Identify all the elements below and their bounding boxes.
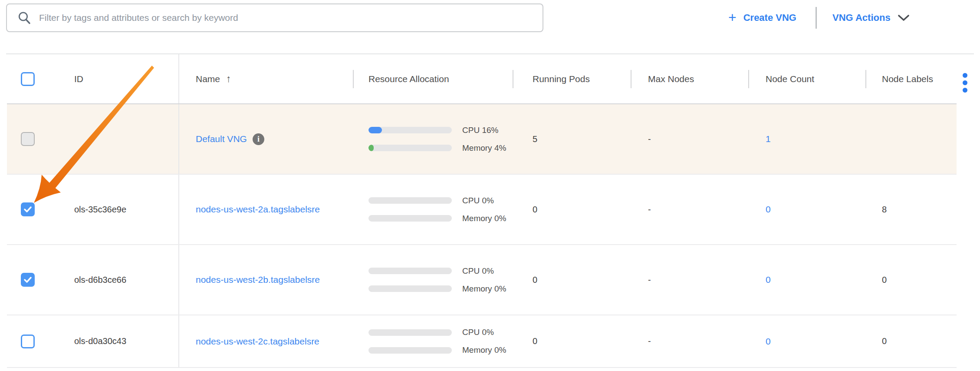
row-checkbox[interactable] <box>21 335 35 348</box>
column-header-resource-allocation[interactable]: Resource Allocation <box>353 54 513 103</box>
node-count-link[interactable]: 0 <box>766 336 771 347</box>
cpu-usage-label: CPU 0% <box>462 328 494 337</box>
cpu-usage-label: CPU 0% <box>462 196 494 205</box>
chevron-down-icon <box>898 14 910 22</box>
column-menu-kebab-icon[interactable] <box>963 73 967 93</box>
max-nodes-value: - <box>631 104 748 174</box>
node-count-link[interactable]: 1 <box>766 134 771 144</box>
table-row: ols-35c36e9e nodes-us-west-2a.tagslabels… <box>7 175 957 245</box>
node-labels-value: 0 <box>865 315 957 367</box>
row-checkbox[interactable] <box>21 202 35 216</box>
column-header-max-nodes[interactable]: Max Nodes <box>631 54 748 103</box>
column-header-node-count[interactable]: Node Count <box>748 54 865 103</box>
column-header-node-labels[interactable]: Node Labels <box>865 54 957 103</box>
search-placeholder: Filter by tags and attributes or search … <box>39 13 238 23</box>
create-vng-label: Create VNG <box>743 12 796 23</box>
plus-icon: + <box>728 10 737 24</box>
vng-name-link[interactable]: nodes-us-west-2b.tagslabelsre <box>196 275 320 285</box>
toolbar-divider <box>816 7 817 29</box>
node-count-link[interactable]: 0 <box>766 275 771 285</box>
memory-usage-label: Memory 4% <box>462 143 506 153</box>
memory-usage-label: Memory 0% <box>462 284 506 294</box>
column-header-name[interactable]: Name ↑ <box>179 54 353 103</box>
node-count-link[interactable]: 0 <box>766 204 771 215</box>
cpu-usage-label: CPU 0% <box>462 266 494 276</box>
vng-id: ols-d6b3ce66 <box>57 245 179 315</box>
max-nodes-value: - <box>631 245 748 315</box>
vng-actions-dropdown[interactable]: VNG Actions <box>832 12 910 23</box>
vng-name-link[interactable]: nodes-us-west-2c.tagslabelsre <box>196 336 319 347</box>
create-vng-button[interactable]: + Create VNG <box>728 12 796 24</box>
row-checkbox[interactable] <box>21 273 35 287</box>
node-labels-value <box>865 104 957 174</box>
filter-search-input[interactable]: Filter by tags and attributes or search … <box>6 3 543 32</box>
column-header-running-pods[interactable]: Running Pods <box>513 54 631 103</box>
row-checkbox[interactable] <box>21 132 35 146</box>
running-pods-value: 0 <box>513 175 631 244</box>
table-row: ols-d6b3ce66 nodes-us-west-2b.tagslabels… <box>7 245 957 315</box>
memory-usage-bar <box>368 347 452 354</box>
node-labels-value: 0 <box>865 245 957 315</box>
search-icon <box>17 11 31 25</box>
sort-ascending-icon[interactable]: ↑ <box>226 73 231 85</box>
vng-id: ols-35c36e9e <box>57 175 179 244</box>
cpu-usage-bar <box>368 197 452 204</box>
table-row: ols-d0a30c43 nodes-us-west-2c.tagslabels… <box>7 315 957 368</box>
running-pods-value: 5 <box>513 104 631 174</box>
running-pods-value: 0 <box>513 245 631 315</box>
memory-usage-label: Memory 0% <box>462 214 506 223</box>
cpu-usage-bar <box>368 268 452 274</box>
vng-name-link[interactable]: nodes-us-west-2a.tagslabelsre <box>196 204 320 215</box>
table-row: Default VNG i CPU 16% Memory 4% 5 - 1 <box>7 104 957 175</box>
vng-name-link[interactable]: Default VNG <box>196 134 247 144</box>
select-all-checkbox[interactable] <box>21 72 35 86</box>
node-labels-value: 8 <box>865 175 957 244</box>
vng-id <box>57 104 179 174</box>
cpu-usage-bar <box>368 329 452 336</box>
memory-usage-bar <box>368 215 452 222</box>
cpu-usage-label: CPU 16% <box>462 126 498 135</box>
toolbar: + Create VNG VNG Actions <box>720 0 964 36</box>
max-nodes-value: - <box>631 315 748 367</box>
memory-usage-bar <box>368 145 452 151</box>
memory-usage-bar <box>368 285 452 292</box>
running-pods-value: 0 <box>513 315 631 367</box>
info-icon[interactable]: i <box>253 133 264 145</box>
cpu-usage-bar <box>368 127 452 133</box>
memory-usage-label: Memory 0% <box>462 345 506 355</box>
vng-table: ID Name ↑ Resource Allocation Running Po… <box>7 54 957 368</box>
column-header-id[interactable]: ID <box>57 54 179 103</box>
max-nodes-value: - <box>631 175 748 244</box>
vng-id: ols-d0a30c43 <box>57 315 179 367</box>
table-header-row: ID Name ↑ Resource Allocation Running Po… <box>7 54 957 104</box>
vng-actions-label: VNG Actions <box>832 12 891 23</box>
